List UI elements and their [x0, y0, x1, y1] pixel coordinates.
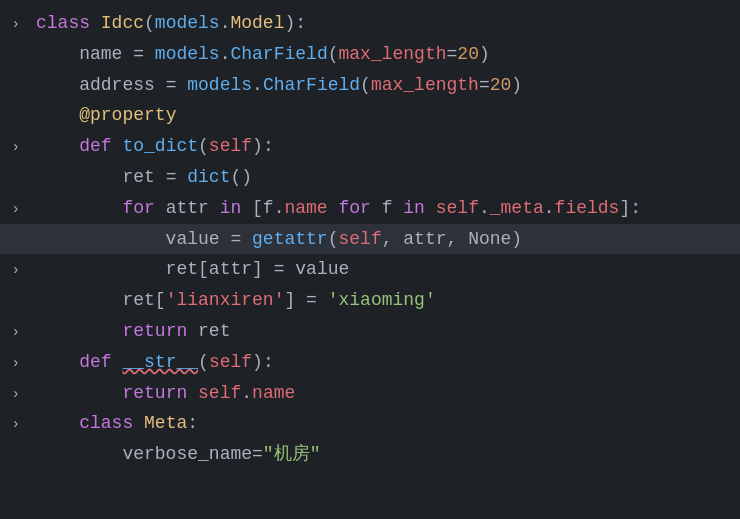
- token-plain: [112, 352, 123, 372]
- token-self-kw: self: [198, 383, 241, 403]
- token-builtin: models: [155, 13, 220, 33]
- gutter-marker: ›: [0, 321, 28, 343]
- token-plain: verbose_name: [36, 444, 252, 464]
- token-plain: [36, 198, 122, 218]
- token-paren: (: [328, 229, 339, 249]
- fold-arrow[interactable]: ›: [12, 198, 20, 220]
- token-num: 20: [490, 75, 512, 95]
- token-self-kw: self: [338, 229, 381, 249]
- gutter-marker: ›: [0, 413, 28, 435]
- gutter-marker: ›: [0, 383, 28, 405]
- token-plain: value: [36, 229, 230, 249]
- code-line: › class Meta:: [0, 408, 740, 439]
- code-line: @property: [0, 100, 740, 131]
- token-paren: (: [328, 44, 339, 64]
- code-line: address = models.CharField(max_length=20…: [0, 70, 740, 101]
- token-func: getattr: [241, 229, 327, 249]
- token-paren: (): [230, 167, 252, 187]
- token-self-kw: self: [209, 352, 252, 372]
- token-dot: .: [220, 44, 231, 64]
- fold-arrow[interactable]: ›: [12, 413, 20, 435]
- token-plain: ret: [36, 167, 166, 187]
- token-plain: attr: [155, 198, 220, 218]
- token-kw: def: [79, 352, 111, 372]
- code-line: › return ret: [0, 316, 740, 347]
- line-content: ret[attr] = value: [28, 255, 740, 284]
- token-plain: [36, 105, 79, 125]
- token-plain: , attr: [382, 229, 447, 249]
- token-paren: ):: [284, 13, 306, 33]
- token-plain: attr: [209, 259, 252, 279]
- code-line: › def __str__(self):: [0, 347, 740, 378]
- code-line: ret = dict(): [0, 162, 740, 193]
- token-eq: =: [166, 167, 177, 187]
- token-dot: .: [544, 198, 555, 218]
- token-paren: ]:: [619, 198, 641, 218]
- token-dot: .: [479, 198, 490, 218]
- gutter-marker: ›: [0, 352, 28, 374]
- token-plain: ,: [447, 229, 458, 249]
- token-paren: ]: [252, 259, 263, 279]
- token-dot: .: [241, 383, 252, 403]
- line-content: return ret: [28, 317, 740, 346]
- token-plain: name: [36, 44, 133, 64]
- token-kw: class: [36, 13, 101, 33]
- token-plain: address: [36, 75, 166, 95]
- line-content: value = getattr(self, attr, None): [28, 225, 740, 254]
- fold-arrow[interactable]: ›: [12, 13, 20, 35]
- token-self-kw: self: [425, 198, 479, 218]
- token-eq: =: [295, 290, 317, 310]
- fold-arrow[interactable]: ›: [12, 259, 20, 281]
- code-line: name = models.CharField(max_length=20): [0, 39, 740, 70]
- token-attr-name: name: [252, 383, 295, 403]
- code-line: ›class Idcc(models.Model):: [0, 8, 740, 39]
- token-plain: f: [371, 198, 403, 218]
- line-content: for attr in [f.name for f in self._meta.…: [28, 194, 740, 223]
- code-line: › for attr in [f.name for f in self._met…: [0, 193, 740, 224]
- token-builtin: models: [176, 75, 252, 95]
- token-kw: for: [339, 198, 371, 218]
- line-content: class Meta:: [28, 409, 740, 438]
- gutter-marker: ›: [0, 136, 28, 158]
- fold-arrow[interactable]: ›: [12, 321, 20, 343]
- code-editor: ›class Idcc(models.Model): name = models…: [0, 0, 740, 519]
- fold-arrow[interactable]: ›: [12, 352, 20, 374]
- token-cls: Idcc: [101, 13, 144, 33]
- token-func: __str__: [122, 352, 198, 372]
- token-dot: .: [220, 13, 231, 33]
- line-content: address = models.CharField(max_length=20…: [28, 71, 740, 100]
- fold-arrow[interactable]: ›: [12, 383, 20, 405]
- line-content: verbose_name="机房": [28, 440, 740, 469]
- token-plain: [36, 321, 122, 341]
- token-paren: ):: [252, 352, 274, 372]
- token-plain: [36, 136, 79, 156]
- token-eq: =: [133, 44, 144, 64]
- token-string: "机房": [263, 444, 321, 464]
- token-eq: =: [479, 75, 490, 95]
- token-func: CharField: [230, 44, 327, 64]
- token-plain: ret: [36, 290, 155, 310]
- token-plain: [36, 352, 79, 372]
- token-paren: ): [511, 229, 522, 249]
- token-string-red: 'lianxiren': [166, 290, 285, 310]
- token-plain: [36, 383, 122, 403]
- token-attr-name: fields: [555, 198, 620, 218]
- gutter-marker: ›: [0, 13, 28, 35]
- line-content: class Idcc(models.Model):: [28, 9, 740, 38]
- token-paren: ): [511, 75, 522, 95]
- code-line: ret['lianxiren'] = 'xiaoming': [0, 285, 740, 316]
- line-content: return self.name: [28, 379, 740, 408]
- token-paren: (: [144, 13, 155, 33]
- token-paren: (: [198, 352, 209, 372]
- gutter-marker: ›: [0, 198, 28, 220]
- token-self-kw: self: [209, 136, 252, 156]
- token-dot: .: [274, 198, 285, 218]
- line-content: def to_dict(self):: [28, 132, 740, 161]
- fold-arrow[interactable]: ›: [12, 136, 20, 158]
- token-paren: (: [360, 75, 371, 95]
- token-kw: class: [79, 413, 133, 433]
- token-param: max_length: [339, 44, 447, 64]
- token-eq: =: [166, 75, 177, 95]
- line-content: ret['lianxiren'] = 'xiaoming': [28, 286, 740, 315]
- token-string: 'xiaoming': [317, 290, 436, 310]
